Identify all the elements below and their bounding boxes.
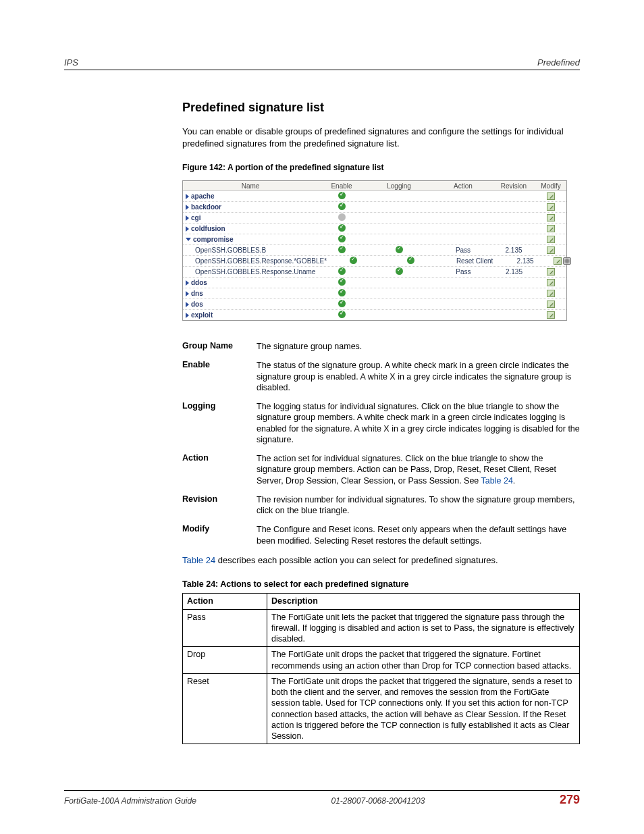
cell-modify — [534, 267, 568, 276]
row-name[interactable]: cgi — [183, 213, 318, 222]
table-row[interactable]: cgi — [183, 213, 566, 224]
definition-term: Enable — [182, 360, 257, 393]
expand-icon[interactable] — [186, 205, 189, 210]
check-icon[interactable] — [396, 267, 403, 275]
cell-action — [433, 304, 493, 305]
cell-logging — [365, 196, 433, 197]
row-name[interactable]: dns — [183, 289, 318, 298]
cell-revision — [493, 196, 534, 197]
running-header: IPS Predefined — [64, 57, 580, 70]
table-row[interactable]: coldfusion — [183, 224, 566, 234]
figure-caption: Figure 142: A portion of the predefined … — [182, 163, 580, 172]
collapse-icon[interactable] — [186, 238, 191, 241]
row-name-text: OpenSSH.GOBBLES.B — [195, 246, 266, 254]
edit-icon[interactable] — [547, 301, 555, 308]
edit-icon[interactable] — [547, 192, 555, 200]
expand-icon[interactable] — [186, 194, 189, 199]
check-icon[interactable] — [338, 246, 346, 253]
expand-icon[interactable] — [186, 291, 189, 296]
row-name[interactable]: exploit — [183, 311, 318, 319]
cell-logging — [365, 245, 433, 255]
cell-description: The FortiGate unit drops the packet that… — [267, 647, 580, 674]
definition-row: ModifyThe Configure and Reset icons. Res… — [182, 524, 580, 546]
row-name[interactable]: OpenSSH.GOBBLES.Response.Uname — [183, 267, 318, 276]
check-icon[interactable] — [350, 257, 357, 264]
check-icon[interactable] — [396, 246, 403, 253]
row-name[interactable]: apache — [183, 192, 318, 201]
main-content: Predefined signature list You can enable… — [182, 101, 580, 744]
edit-icon[interactable] — [547, 311, 555, 319]
cell-action: Pass — [433, 267, 493, 276]
table-row[interactable]: dns — [183, 288, 566, 299]
edit-icon[interactable] — [547, 236, 555, 243]
table-row[interactable]: backdoor — [183, 202, 566, 213]
edit-icon[interactable] — [547, 214, 555, 221]
check-icon[interactable] — [338, 192, 346, 199]
table24-link[interactable]: Table 24 — [182, 555, 215, 565]
cell-logging — [365, 228, 433, 230]
table-row[interactable]: OpenSSH.GOBBLES.Response.*GOBBLE*Reset C… — [183, 256, 566, 267]
row-name[interactable]: backdoor — [183, 203, 318, 211]
row-name[interactable]: coldfusion — [183, 224, 318, 233]
table-row[interactable]: OpenSSH.GOBBLES.Response.UnamePass2.135 — [183, 267, 566, 278]
table-row[interactable]: OpenSSH.GOBBLES.BPass2.135 — [183, 245, 566, 256]
check-icon[interactable] — [338, 278, 346, 286]
cell-modify — [534, 235, 568, 244]
row-name[interactable]: compromise — [183, 235, 318, 244]
footer-left: FortiGate-100A Administration Guide — [64, 796, 196, 806]
edit-icon[interactable] — [547, 246, 555, 254]
check-icon[interactable] — [338, 289, 346, 296]
cell-revision: 2.135 — [505, 257, 545, 265]
row-name[interactable]: OpenSSH.GOBBLES.B — [183, 246, 318, 255]
table-row[interactable]: apache — [183, 191, 566, 202]
table-row[interactable]: ddos — [183, 278, 566, 288]
cell-modify — [534, 300, 568, 309]
table24-caption: Table 24: Actions to select for each pre… — [182, 579, 580, 589]
check-icon[interactable] — [338, 235, 346, 242]
cell-enable — [318, 191, 365, 201]
cell-enable — [318, 278, 365, 288]
check-icon[interactable] — [338, 311, 346, 318]
disabled-icon[interactable] — [338, 213, 346, 221]
check-icon[interactable] — [338, 300, 346, 307]
definition-row: ActionThe action set for individual sign… — [182, 453, 580, 486]
check-icon[interactable] — [338, 203, 346, 210]
table-row[interactable]: compromise — [183, 234, 566, 245]
cell-enable — [318, 224, 365, 234]
edit-icon[interactable] — [547, 203, 555, 211]
expand-icon[interactable] — [186, 280, 189, 286]
cell-revision — [493, 207, 534, 208]
row-name[interactable]: ddos — [183, 278, 318, 287]
edit-icon[interactable] — [547, 225, 555, 232]
check-icon[interactable] — [338, 224, 346, 232]
cell-action: Reset — [183, 673, 267, 744]
definition-term: Revision — [182, 494, 257, 517]
reset-icon[interactable] — [563, 257, 571, 265]
intro-paragraph: You can enable or disable groups of pred… — [182, 126, 580, 149]
table-row: PassThe FortiGate unit lets the packet t… — [183, 609, 580, 647]
expand-icon[interactable] — [186, 302, 189, 307]
table-row[interactable]: exploit — [183, 310, 566, 320]
expand-icon[interactable] — [186, 215, 189, 221]
edit-icon[interactable] — [547, 279, 555, 286]
col-enable: Enable — [318, 182, 365, 190]
cross-ref-link[interactable]: Table 24 — [481, 476, 513, 486]
check-icon[interactable] — [338, 267, 346, 275]
page-number: 279 — [560, 793, 580, 807]
row-name[interactable]: dos — [183, 300, 318, 309]
cell-enable — [318, 213, 365, 223]
expand-icon[interactable] — [186, 313, 189, 318]
table-row[interactable]: dos — [183, 299, 566, 310]
edit-icon[interactable] — [547, 268, 555, 276]
definition-desc: The action set for individual signatures… — [257, 453, 580, 486]
definition-row: RevisionThe revision number for individu… — [182, 494, 580, 517]
expand-icon[interactable] — [186, 226, 189, 232]
edit-icon[interactable] — [554, 257, 562, 265]
row-name-text: dos — [191, 301, 203, 308]
cell-action: Pass — [433, 246, 493, 255]
cell-revision — [493, 217, 534, 219]
row-name[interactable]: OpenSSH.GOBBLES.Response.*GOBBLE* — [183, 257, 329, 265]
edit-icon[interactable] — [547, 290, 555, 297]
check-icon[interactable] — [407, 257, 414, 264]
cell-enable — [318, 310, 365, 320]
